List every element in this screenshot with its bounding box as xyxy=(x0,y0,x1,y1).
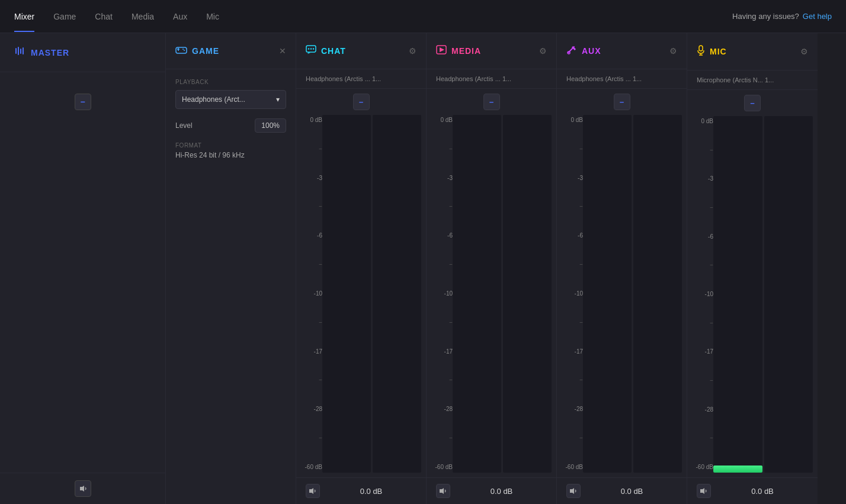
aux-channel-strip: AUX ⚙ Headphones (Arctis ... 1... − 0 dB… xyxy=(557,33,687,504)
game-title: GAME xyxy=(192,46,274,56)
media-mute-button[interactable]: − xyxy=(483,94,500,110)
channels-area: GAME ✕ PLAYBACK Headphones (Arct... ▾ Le… xyxy=(166,33,846,504)
aux-meter-bars xyxy=(583,115,682,473)
chat-meter-bar-left xyxy=(322,115,371,473)
mic-gear-button[interactable]: ⚙ xyxy=(800,47,808,56)
scale-3db: -3 xyxy=(301,175,322,181)
master-volume-button[interactable] xyxy=(75,480,91,497)
mic-mute-icon: − xyxy=(750,99,755,108)
aux-volume-button[interactable] xyxy=(566,484,581,498)
media-gear-button[interactable]: ⚙ xyxy=(539,46,547,56)
mic-scale-labels: 0 dB − -3 − -6 − -10 − -17 − -28 − -60 d… xyxy=(692,116,713,473)
main-content: MASTER − xyxy=(0,33,846,504)
nav-item-game[interactable]: Game xyxy=(53,1,76,32)
media-meter-bar-right xyxy=(503,115,552,473)
master-panel: MASTER − xyxy=(0,33,166,504)
scale-dash2: − xyxy=(301,204,322,210)
svg-point-13 xyxy=(310,48,312,49)
media-channel-footer: 0.0 dB xyxy=(427,477,556,504)
chat-channel-footer: 0.0 dB xyxy=(296,477,426,504)
svg-marker-17 xyxy=(440,47,444,52)
chat-mute-button[interactable]: − xyxy=(353,94,370,110)
playback-device-dropdown[interactable]: Headphones (Arct... ▾ xyxy=(175,90,286,109)
mic-icon xyxy=(697,45,705,58)
scale-17db: -17 xyxy=(301,349,322,355)
mic-volume-button[interactable] xyxy=(697,484,711,498)
nav-items: Mixer Game Chat Media Aux Mic xyxy=(14,1,219,32)
chat-channel-title: CHAT xyxy=(321,46,404,56)
game-header: GAME ✕ xyxy=(166,33,296,69)
svg-point-14 xyxy=(313,48,314,49)
nav-help: Having any issues? Get help xyxy=(732,12,832,21)
svg-rect-21 xyxy=(699,46,703,51)
top-navigation: Mixer Game Chat Media Aux Mic Having any… xyxy=(0,0,846,33)
media-icon xyxy=(436,45,447,57)
media-volume-button[interactable] xyxy=(436,484,450,498)
format-value: Hi-Res 24 bit / 96 kHz xyxy=(175,151,286,159)
scale-dash5: − xyxy=(301,377,322,383)
format-section: FORMAT Hi-Res 24 bit / 96 kHz xyxy=(175,142,286,159)
master-title: MASTER xyxy=(31,48,69,57)
mic-vu-area: − 0 dB − -3 − -6 − -10 − -17 − -28 xyxy=(687,90,818,477)
nav-media-label: Media xyxy=(132,12,154,21)
chat-device-label: Headphones (Arctis ... 1... xyxy=(296,69,426,89)
svg-rect-0 xyxy=(15,48,17,54)
scale-10db: -10 xyxy=(301,291,322,297)
nav-game-label: Game xyxy=(53,12,76,21)
aux-mute-button[interactable]: − xyxy=(614,94,630,110)
media-vu-area: − 0 dB − -3 − -6 − -10 − -17 − -28 xyxy=(427,89,556,477)
aux-gear-button[interactable]: ⚙ xyxy=(669,46,677,56)
aux-scale-labels: 0 dB − -3 − -6 − -10 − -17 − -28 − -60 d… xyxy=(562,115,583,473)
nav-item-aux[interactable]: Aux xyxy=(173,1,187,32)
nav-item-media[interactable]: Media xyxy=(132,1,154,32)
chat-scale-labels: 0 dB − -3 − -6 − -10 − -17 − -28 − -60 d… xyxy=(301,115,322,473)
chat-db-value: 0.0 dB xyxy=(326,487,416,496)
mic-channel-footer: 0.0 dB xyxy=(687,477,818,504)
svg-marker-24 xyxy=(700,488,704,494)
svg-rect-2 xyxy=(20,49,21,54)
aux-device-label: Headphones (Arctis ... 1... xyxy=(557,69,687,89)
master-icon xyxy=(14,45,26,60)
svg-marker-15 xyxy=(309,488,313,494)
level-value: 100% xyxy=(255,118,286,133)
aux-db-value: 0.0 dB xyxy=(587,487,677,496)
media-db-value: 0.0 dB xyxy=(456,487,547,496)
scale-dash1: − xyxy=(301,146,322,152)
master-mute-icon: − xyxy=(80,97,85,107)
help-text: Having any issues? xyxy=(732,12,799,21)
media-channel-strip: MEDIA ⚙ Headphones (Arctis ... 1... − 0 … xyxy=(427,33,557,504)
svg-rect-5 xyxy=(176,47,187,53)
svg-rect-3 xyxy=(23,47,24,54)
master-mute-button[interactable]: − xyxy=(75,94,91,110)
mic-meter-bar-right xyxy=(764,116,813,473)
scale-6db: -6 xyxy=(301,233,322,239)
nav-item-mic[interactable]: Mic xyxy=(206,1,219,32)
media-device-label: Headphones (Arctis ... 1... xyxy=(427,69,556,89)
scale-dash6: − xyxy=(301,435,322,441)
game-controls: PLAYBACK Headphones (Arct... ▾ Level 100… xyxy=(166,69,296,169)
mic-device-label: Microphone (Arctis N... 1... xyxy=(687,70,818,90)
media-channel-header: MEDIA ⚙ xyxy=(427,33,556,69)
master-footer xyxy=(0,473,165,504)
game-icon xyxy=(175,45,187,57)
nav-mic-label: Mic xyxy=(206,12,219,21)
nav-chat-label: Chat xyxy=(95,12,113,21)
chat-channel-strip: CHAT ⚙ Headphones (Arctis ... 1... − 0 d… xyxy=(296,33,427,504)
game-close-button[interactable]: ✕ xyxy=(279,46,286,56)
aux-vu-area: − 0 dB − -3 − -6 − -10 − -17 − -28 xyxy=(557,89,687,477)
get-help-link[interactable]: Get help xyxy=(803,12,832,21)
aux-channel-title: AUX xyxy=(582,46,665,56)
svg-rect-1 xyxy=(18,47,19,55)
playback-device-value: Headphones (Arct... xyxy=(182,95,245,104)
chat-gear-button[interactable]: ⚙ xyxy=(409,46,416,56)
nav-mixer-label: Mixer xyxy=(14,12,34,21)
mic-channel-strip: MIC ⚙ Microphone (Arctis N... 1... − 0 d… xyxy=(687,33,818,504)
chat-volume-button[interactable] xyxy=(306,484,320,498)
svg-marker-4 xyxy=(80,486,84,492)
master-header: MASTER xyxy=(0,33,165,72)
nav-item-mixer[interactable]: Mixer xyxy=(14,1,34,32)
mic-mute-button[interactable]: − xyxy=(744,95,761,111)
nav-item-chat[interactable]: Chat xyxy=(95,1,113,32)
media-meter-bar-left xyxy=(453,115,501,473)
game-panel: GAME ✕ PLAYBACK Headphones (Arct... ▾ Le… xyxy=(166,33,296,504)
